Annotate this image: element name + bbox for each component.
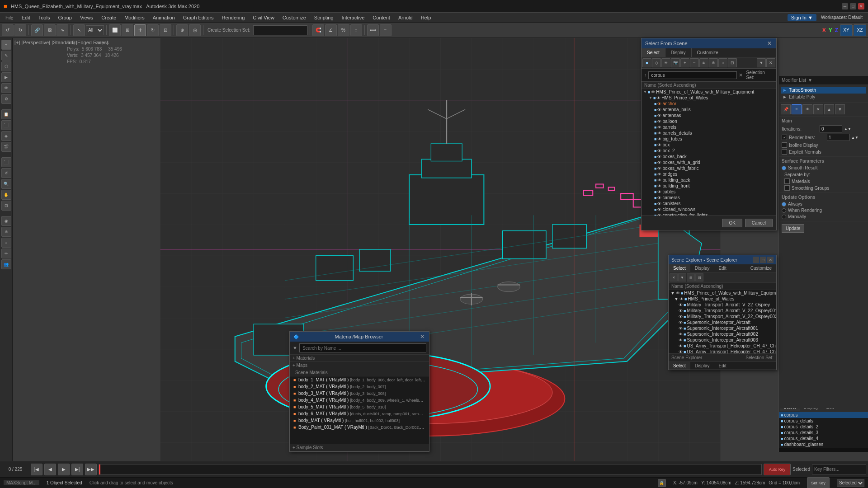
se-footer-display[interactable]: Display — [690, 362, 714, 370]
maximize-button[interactable]: □ — [850, 3, 856, 9]
explicit-normals-checkbox[interactable]: Explicit Normals — [782, 149, 865, 155]
sfs-close-x[interactable]: ✕ — [766, 58, 775, 67]
key-filters-input[interactable]: Key Filters... — [812, 465, 866, 474]
selection-set-input[interactable] — [253, 25, 307, 35]
sfs-row-box[interactable]: ■👁 box — [642, 142, 776, 148]
rotate-view-btn[interactable]: ↺ — [1, 168, 11, 178]
manually-radio[interactable]: Manually — [782, 214, 865, 219]
rect-select[interactable]: ⬜ — [109, 24, 121, 36]
timeline-play-fwd[interactable]: ▶▶ — [85, 464, 97, 475]
editable-poly-item[interactable]: ► Editable Poly — [781, 94, 866, 100]
se-row-osprey001[interactable]: 👁■ Military_Transport_Aircraft_V_22_Ospr… — [669, 308, 776, 314]
se-row-supersonic003[interactable]: 👁■ Supersonic_Interceptor_Aircraft003 — [669, 337, 776, 343]
when-rendering-radio[interactable]: When Rendering — [782, 208, 865, 213]
sfs-tab-customize[interactable]: Customize — [692, 48, 724, 57]
sfs-row-boxes-back[interactable]: ■👁 boxes_back — [642, 154, 776, 160]
sfs-row-building-back[interactable]: ■👁 building_back — [642, 177, 776, 183]
menu-rendering[interactable]: Rendering — [218, 14, 249, 21]
se2-row-dashboard[interactable]: ■dashboard_glasses — [779, 441, 868, 447]
se-minimize[interactable]: ─ — [753, 257, 759, 263]
workspaces-button[interactable]: Workspaces: Default — [817, 14, 866, 21]
align-tool[interactable]: ≡ — [380, 24, 392, 36]
sfs-row-boxes-fabric[interactable]: ■👁 boxes_with_fabric — [642, 165, 776, 171]
menu-scripting[interactable]: Scripting — [311, 14, 337, 21]
sfs-row-hms-prince-wales[interactable]: ▼ ■ 👁 HMS_Prince_of_Wales — [642, 95, 776, 101]
se2-row-corpus-details-3[interactable]: ■corpus_details_3 — [779, 430, 868, 436]
timeline-next-frame[interactable]: ▶| — [71, 464, 83, 475]
angle-snap[interactable]: ∠ — [325, 24, 337, 36]
sfs-bone[interactable]: ≋ — [699, 58, 708, 67]
sfs-hide[interactable]: ○ — [718, 58, 727, 67]
freeze-btn[interactable]: ❄ — [1, 227, 11, 237]
mb-item-4[interactable]: ■ body_5_MAT ( VRayMtl ) [body_5, body_0… — [290, 404, 429, 410]
menu-interactive[interactable]: Interactive — [338, 14, 368, 21]
se2-row-corpus-details[interactable]: ■corpus_details — [779, 418, 868, 424]
se-row-supersonic[interactable]: 👁■ Supersonic_Interceptor_Aircraft — [669, 319, 776, 325]
mb-item-1[interactable]: ■ body_2_MAT ( VRayMtl ) [body_2, body_0… — [290, 383, 429, 390]
hierarchy-panel[interactable]: ⬡ — [1, 61, 11, 71]
yz-plane[interactable]: XZ — [854, 24, 866, 36]
se-tab-display[interactable]: Display — [690, 264, 714, 272]
iterations-input[interactable] — [820, 125, 842, 132]
render-iters-input[interactable] — [827, 134, 849, 141]
snap-toggle[interactable]: 🧲 — [312, 24, 324, 36]
sfs-row-cables[interactable]: ■👁 cables — [642, 189, 776, 195]
sfs-row-antenna-balls[interactable]: ■👁 antenna_balls — [642, 107, 776, 113]
link-tool[interactable]: 🔗 — [31, 24, 43, 36]
iterations-spinner-up[interactable]: ▲▼ — [844, 127, 851, 131]
se-customize[interactable]: Customize — [746, 264, 776, 272]
lock-btn[interactable]: 🔒 — [658, 479, 666, 487]
sfs-geometry[interactable]: ■ — [642, 58, 651, 67]
sfs-camera[interactable]: 📷 — [671, 58, 680, 67]
timeline-play-back[interactable]: |◀ — [31, 464, 42, 475]
create-panel[interactable]: + — [1, 40, 11, 50]
se2-row-corpus[interactable]: ■corpus — [779, 412, 868, 418]
menu-file[interactable]: File — [2, 14, 17, 21]
bind-tool[interactable]: ∿ — [57, 24, 68, 36]
isolate-btn[interactable]: ◉ — [1, 216, 11, 226]
mb-item-2[interactable]: ■ body_3_MAT ( VRayMtl ) [body_3, body_0… — [290, 390, 429, 397]
unlink-tool[interactable]: ⛓ — [44, 24, 56, 36]
sfs-close-button[interactable]: ✕ — [766, 40, 773, 47]
render-iters-check[interactable]: ✓ — [782, 135, 787, 140]
pivot-tool[interactable]: ◎ — [189, 24, 201, 36]
se-row-osprey[interactable]: 👁■ Military_Transport_Aircraft_V_22_Ospr… — [669, 302, 776, 308]
se-clear[interactable]: ✕ — [670, 273, 678, 282]
sfs-row-anchor[interactable]: ■ 👁 anchor — [642, 101, 776, 107]
sfs-cancel-button[interactable]: Cancel — [745, 219, 773, 227]
sfs-row-barrels[interactable]: ■👁 barrels — [642, 124, 776, 130]
redo-button[interactable]: ↻ — [14, 24, 26, 36]
sfs-row-building-front[interactable]: ■👁 building_front — [642, 183, 776, 189]
select-move[interactable]: ✛ — [134, 24, 146, 36]
ts-stack[interactable]: ≡ — [792, 104, 802, 114]
sfs-tab-select[interactable]: Select — [642, 48, 665, 57]
ts-up[interactable]: ▲ — [824, 104, 834, 114]
isoline-checkbox[interactable]: Isoline Display — [782, 142, 865, 148]
se2-row-corpus-details-2[interactable]: ■corpus_details_2 — [779, 424, 868, 430]
set-key-btn[interactable]: Set Key — [807, 477, 830, 488]
always-radio[interactable]: Always — [782, 202, 865, 206]
minimize-button[interactable]: ─ — [842, 3, 848, 9]
modifier-list-dropdown[interactable]: ▼ — [808, 78, 812, 83]
mb-scene-materials-section[interactable]: - Scene Materials — [290, 369, 429, 376]
menu-animation[interactable]: Animation — [149, 14, 179, 21]
sfs-subtool[interactable]: ⊟ — [728, 58, 737, 67]
menu-civil-view[interactable]: Civil View — [249, 14, 278, 21]
sfs-filter[interactable]: ▼ — [757, 58, 766, 67]
se-expand[interactable]: ⊞ — [687, 273, 695, 282]
populate-btn[interactable]: 👥 — [1, 259, 11, 269]
mb-materials-section[interactable]: + Materials — [290, 355, 429, 362]
sfs-row-cameras[interactable]: ■👁 cameras — [642, 195, 776, 201]
menu-graph-editors[interactable]: Graph Editors — [179, 14, 217, 21]
scale-tool[interactable]: ⊡ — [160, 24, 171, 36]
se-row-chinook01[interactable]: 👁■ US_Army_Transport_Helicopter_CH_47_Ch… — [669, 349, 776, 353]
se2-row-corpus-details-4[interactable]: ■corpus_details_4 — [779, 436, 868, 441]
sfs-row-closed-windows[interactable]: ■👁 closed_windows — [642, 206, 776, 212]
se-footer-edit[interactable]: Edit — [714, 362, 731, 370]
pan-btn[interactable]: ✋ — [1, 190, 11, 200]
ts-pin[interactable]: 📌 — [781, 104, 791, 114]
sfs-row-antennas[interactable]: ■👁 antennas — [642, 113, 776, 118]
sfs-row-bridges[interactable]: ■👁 bridges — [642, 171, 776, 177]
render-btn[interactable]: 🎬 — [1, 142, 11, 152]
modify-panel[interactable]: ✎ — [1, 51, 11, 61]
